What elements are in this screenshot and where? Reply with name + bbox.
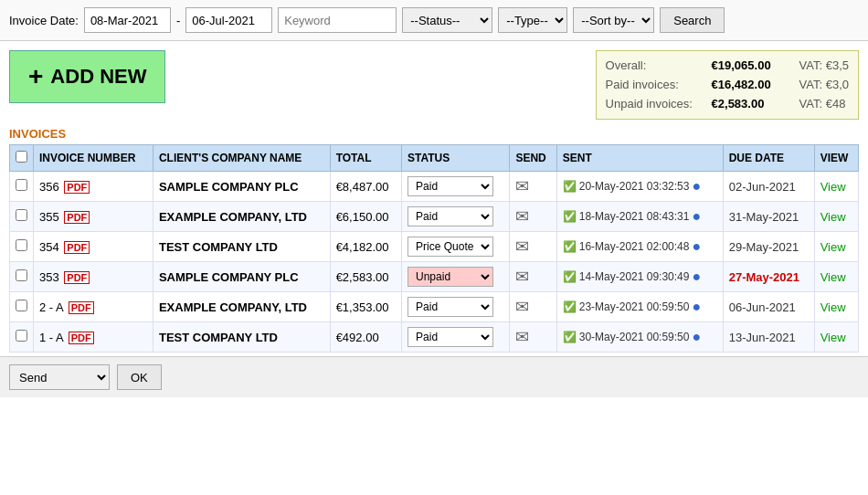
view-link[interactable]: View <box>820 180 846 194</box>
status-select[interactable]: --Status-- Paid Unpaid Price Quote <box>402 7 492 33</box>
pdf-icon[interactable]: PDF <box>69 301 94 314</box>
send-icon[interactable]: ✉ <box>515 207 529 226</box>
row-checkbox[interactable] <box>16 209 27 221</box>
table-row: 2 - A PDF EXAMPLE COMPANY, LTD €1,353.00… <box>10 292 859 322</box>
pdf-icon[interactable]: PDF <box>64 211 90 224</box>
sent-dot-icon[interactable]: ● <box>692 208 701 225</box>
sent-dot-icon[interactable]: ● <box>692 178 701 195</box>
due-date-cell: 31-May-2021 <box>723 202 814 232</box>
pdf-icon[interactable]: PDF <box>64 181 90 194</box>
add-new-button[interactable]: + ADD NEW <box>9 50 165 103</box>
filter-bar: Invoice Date: - --Status-- Paid Unpaid P… <box>0 0 868 41</box>
total-cell: €4,182.00 <box>330 232 401 262</box>
bottom-bar: Send Delete Mark as Paid OK <box>0 356 868 397</box>
send-cell: ✉ <box>510 172 556 202</box>
view-link[interactable]: View <box>820 240 846 254</box>
sent-dot-icon[interactable]: ● <box>692 238 701 255</box>
send-icon[interactable]: ✉ <box>515 177 529 195</box>
send-icon[interactable]: ✉ <box>515 328 529 346</box>
status-dropdown[interactable]: Paid Unpaid Price Quote <box>408 267 493 287</box>
send-icon[interactable]: ✉ <box>515 237 529 256</box>
sort-select[interactable]: --Sort by-- Date Amount <box>573 7 654 33</box>
sent-cell: ✅ 23-May-2021 00:59:50 ● <box>556 292 723 322</box>
select-all-checkbox[interactable] <box>16 151 27 163</box>
due-date-cell: 06-Jun-2021 <box>723 292 814 322</box>
add-new-label: ADD NEW <box>50 65 146 89</box>
sent-dot-icon[interactable]: ● <box>692 269 701 285</box>
sent-check-icon: ✅ <box>563 270 577 283</box>
total-amount: €492.00 <box>336 331 379 344</box>
total-cell: €8,487.00 <box>330 172 401 202</box>
company-name-cell: EXAMPLE COMPANY, LTD <box>153 292 330 322</box>
content-area: + ADD NEW Overall: €19,065.00 VAT: €3,5 … <box>0 41 868 120</box>
due-date-cell: 29-May-2021 <box>723 232 814 262</box>
table-row: 1 - A PDF TEST COMPANY LTD €492.00 Paid … <box>10 322 859 353</box>
sent-dot-icon[interactable]: ● <box>692 299 701 315</box>
sent-date: 16-May-2021 02:00:48 <box>579 240 690 253</box>
view-cell: View <box>814 172 858 202</box>
paid-vat: VAT: €3,0 <box>799 76 849 95</box>
row-checkbox[interactable] <box>16 179 27 191</box>
due-date-cell: 27-May-2021 <box>723 262 814 292</box>
sent-cell: ✅ 16-May-2021 02:00:48 ● <box>556 232 723 262</box>
ok-button[interactable]: OK <box>117 364 162 390</box>
status-dropdown[interactable]: Paid Unpaid Price Quote <box>408 237 493 257</box>
send-icon[interactable]: ✉ <box>515 268 529 286</box>
sent-check-icon: ✅ <box>563 210 577 223</box>
company-name-cell: SAMPLE COMPANY PLC <box>153 172 330 202</box>
header-view: VIEW <box>814 145 858 172</box>
status-dropdown[interactable]: Paid Unpaid Price Quote <box>408 327 493 347</box>
row-checkbox[interactable] <box>16 239 27 251</box>
search-button[interactable]: Search <box>660 7 725 33</box>
keyword-input[interactable] <box>278 7 397 33</box>
header-total: TOTAL <box>330 145 401 172</box>
sent-dot-icon[interactable]: ● <box>692 329 701 345</box>
sent-cell: ✅ 30-May-2021 00:59:50 ● <box>556 322 723 353</box>
send-icon[interactable]: ✉ <box>515 298 529 316</box>
send-cell: ✉ <box>510 322 556 353</box>
type-select[interactable]: --Type-- Invoice Quote <box>498 7 567 33</box>
view-link[interactable]: View <box>820 331 846 344</box>
total-amount: €2,583.00 <box>336 270 389 284</box>
company-name-cell: TEST COMPANY LTD <box>153 322 330 353</box>
table-row: 356 PDF SAMPLE COMPANY PLC €8,487.00 Pai… <box>10 172 859 202</box>
sent-date: 18-May-2021 08:43:31 <box>579 210 690 223</box>
due-date: 13-Jun-2021 <box>729 331 796 344</box>
paid-amount: €16,482.00 <box>712 76 794 95</box>
invoice-number-cell: 1 - A PDF <box>34 322 153 353</box>
status-dropdown[interactable]: Paid Unpaid Price Quote <box>408 297 493 317</box>
sent-cell: ✅ 20-May-2021 03:32:53 ● <box>556 172 723 202</box>
header-invoice-number: INVOICE NUMBER <box>34 145 153 172</box>
view-link[interactable]: View <box>820 210 846 224</box>
row-checkbox-cell <box>10 202 34 232</box>
sent-date: 20-May-2021 03:32:53 <box>579 180 690 193</box>
plus-icon: + <box>28 62 43 91</box>
bulk-action-select[interactable]: Send Delete Mark as Paid <box>9 364 110 390</box>
row-checkbox[interactable] <box>16 330 27 342</box>
total-cell: €492.00 <box>330 322 401 353</box>
status-dropdown[interactable]: Paid Unpaid Price Quote <box>408 176 493 196</box>
pdf-icon[interactable]: PDF <box>64 241 90 254</box>
invoice-date-label: Invoice Date: <box>9 14 79 27</box>
row-checkbox[interactable] <box>16 269 27 281</box>
view-link[interactable]: View <box>820 300 846 314</box>
date-from-input[interactable] <box>84 7 171 33</box>
company-name: TEST COMPANY LTD <box>159 331 278 344</box>
sent-check-icon: ✅ <box>563 331 577 343</box>
sent-cell: ✅ 18-May-2021 08:43:31 ● <box>556 202 723 232</box>
total-cell: €1,353.00 <box>330 292 401 322</box>
row-checkbox-cell <box>10 262 34 292</box>
invoice-number-cell: 354 PDF <box>34 232 153 262</box>
row-checkbox[interactable] <box>16 300 27 311</box>
status-cell: Paid Unpaid Price Quote <box>402 262 510 292</box>
total-amount: €4,182.00 <box>336 240 389 254</box>
pdf-icon[interactable]: PDF <box>64 271 90 284</box>
status-dropdown[interactable]: Paid Unpaid Price Quote <box>408 206 493 226</box>
unpaid-vat: VAT: €48 <box>799 95 846 114</box>
view-link[interactable]: View <box>820 270 846 284</box>
invoice-number-cell: 356 PDF <box>34 172 153 202</box>
row-checkbox-cell <box>10 172 34 202</box>
pdf-icon[interactable]: PDF <box>69 332 94 344</box>
date-to-input[interactable] <box>185 7 272 33</box>
sent-check-icon: ✅ <box>563 180 577 193</box>
